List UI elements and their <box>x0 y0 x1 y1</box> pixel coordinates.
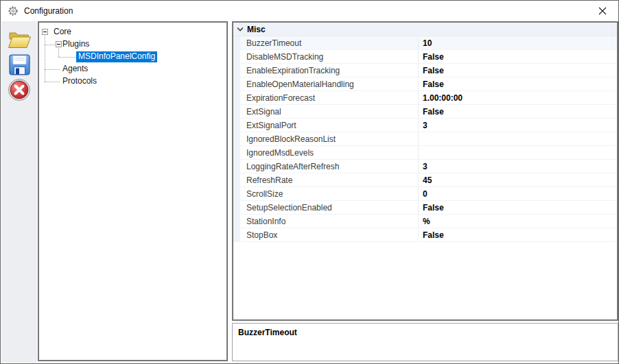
property-name: LoggingRateAfterRefresh <box>233 162 418 171</box>
property-grid: Misc BuzzerTimeout 10 DisableMSDTracking… <box>232 21 618 321</box>
property-row[interactable]: DisableMSDTracking False <box>233 50 617 64</box>
property-name: DisableMSDTracking <box>233 52 418 62</box>
property-description-panel: BuzzerTimeout <box>232 323 618 361</box>
tree-node-label: MSDInfoPanelConfig <box>76 51 157 62</box>
property-name: SetupSelectionEnabled <box>233 203 418 213</box>
property-row-gutter <box>233 201 240 214</box>
property-name: StationInfo <box>233 217 418 226</box>
property-row[interactable]: StationInfo % <box>233 215 617 228</box>
property-row-gutter <box>233 64 240 77</box>
property-row[interactable]: LoggingRateAfterRefresh 3 <box>233 160 617 173</box>
property-value[interactable]: False <box>418 50 617 63</box>
save-button[interactable] <box>5 53 33 76</box>
property-row[interactable]: EnableExpirationTracking False <box>233 64 617 77</box>
property-value[interactable]: False <box>418 228 617 241</box>
property-name: IgnoredMsdLevels <box>233 148 418 158</box>
window-title: Configuration <box>24 6 73 16</box>
cancel-button[interactable] <box>5 78 33 101</box>
property-row[interactable]: BuzzerTimeout 10 <box>233 36 617 50</box>
tree-node-label: Agents <box>60 64 90 75</box>
open-button[interactable] <box>5 27 33 51</box>
configuration-window: Configuration <box>0 0 619 364</box>
property-value[interactable]: 3 <box>418 160 617 173</box>
property-row[interactable]: IgnoredMsdLevels <box>233 146 617 160</box>
tree-node-label: Plugins <box>60 39 91 50</box>
property-value[interactable]: 45 <box>418 173 617 186</box>
tree-node[interactable]: Plugins <box>39 38 226 51</box>
property-name: EnableExpirationTracking <box>233 66 418 75</box>
property-value[interactable]: 3 <box>418 119 617 132</box>
property-row[interactable]: RefreshRate 45 <box>233 173 617 187</box>
property-row-gutter <box>233 132 240 145</box>
property-row-gutter <box>233 215 240 228</box>
property-row-gutter <box>233 228 240 241</box>
property-name: ExtSignalPort <box>233 121 418 130</box>
property-row-gutter <box>233 187 240 200</box>
close-button[interactable] <box>587 1 618 21</box>
category-row-misc[interactable]: Misc <box>233 23 617 36</box>
tree-connector <box>45 36 45 82</box>
property-value[interactable]: 10 <box>418 36 617 49</box>
tree-expander-minus-icon[interactable] <box>42 29 48 35</box>
toolbar <box>1 21 37 363</box>
property-value[interactable] <box>418 132 617 145</box>
category-label: Misc <box>247 25 266 34</box>
save-floppy-icon <box>9 54 30 75</box>
property-name: ScrollSize <box>233 189 418 199</box>
property-row[interactable]: SetupSelectionEnabled False <box>233 201 617 215</box>
property-row-gutter <box>233 146 240 159</box>
open-folder-icon <box>8 30 32 49</box>
property-row-gutter <box>233 173 240 186</box>
property-rows: BuzzerTimeout 10 DisableMSDTracking Fals… <box>233 36 617 242</box>
config-tree: Core Plugins MSDInfoPanelConfig Agents P… <box>39 23 226 360</box>
tree-connector <box>58 57 76 58</box>
selected-property-name: BuzzerTimeout <box>233 324 618 341</box>
tree-connector <box>45 45 55 45</box>
property-name: RefreshRate <box>233 175 418 185</box>
property-value[interactable]: False <box>418 77 617 90</box>
property-row-gutter <box>233 160 240 173</box>
property-name: EnableOpenMaterialHandling <box>233 80 418 89</box>
property-value[interactable]: 1.00:00:00 <box>418 91 617 104</box>
tree-node[interactable]: Protocols <box>39 75 226 88</box>
property-value[interactable]: False <box>418 201 617 214</box>
property-value[interactable] <box>418 146 617 159</box>
tree-node-label: Protocols <box>60 76 99 87</box>
tree-connector <box>58 48 59 57</box>
chevron-down-icon <box>237 27 244 32</box>
titlebar: Configuration <box>1 1 618 21</box>
cancel-red-x-icon <box>8 78 31 101</box>
property-value[interactable]: 0 <box>418 187 617 200</box>
property-row-gutter <box>233 105 240 118</box>
property-row[interactable]: ExpirationForecast 1.00:00:00 <box>233 91 617 105</box>
property-row-gutter <box>233 50 240 63</box>
property-row[interactable]: ExtSignal False <box>233 105 617 119</box>
property-name: IgnoredBlockReasonList <box>233 134 418 144</box>
property-row[interactable]: StopBox False <box>233 228 617 242</box>
property-row[interactable]: ExtSignalPort 3 <box>233 119 617 132</box>
tree-connector <box>45 82 60 82</box>
property-row[interactable]: ScrollSize 0 <box>233 187 617 201</box>
property-name: StopBox <box>233 230 418 240</box>
tree-node[interactable]: Agents <box>39 63 226 75</box>
close-icon <box>598 7 607 15</box>
gear-icon <box>8 5 19 16</box>
property-value[interactable]: False <box>418 105 617 118</box>
property-row[interactable]: EnableOpenMaterialHandling False <box>233 77 617 91</box>
property-row-gutter <box>233 36 240 49</box>
property-name: BuzzerTimeout <box>233 38 418 48</box>
config-tree-panel: Core Plugins MSDInfoPanelConfig Agents P… <box>38 21 228 361</box>
tree-node[interactable]: Core <box>39 26 226 38</box>
tree-expander-minus-icon[interactable] <box>56 41 62 47</box>
property-name: ExtSignal <box>233 107 418 117</box>
property-row-gutter <box>233 77 240 90</box>
property-row-gutter <box>233 119 240 132</box>
property-value[interactable]: False <box>418 64 617 77</box>
property-row[interactable]: IgnoredBlockReasonList <box>233 132 617 146</box>
property-row-gutter <box>233 91 240 104</box>
property-name: ExpirationForecast <box>233 93 418 103</box>
property-value[interactable]: % <box>418 215 617 228</box>
tree-node-label: Core <box>51 27 73 38</box>
tree-connector <box>45 69 60 70</box>
